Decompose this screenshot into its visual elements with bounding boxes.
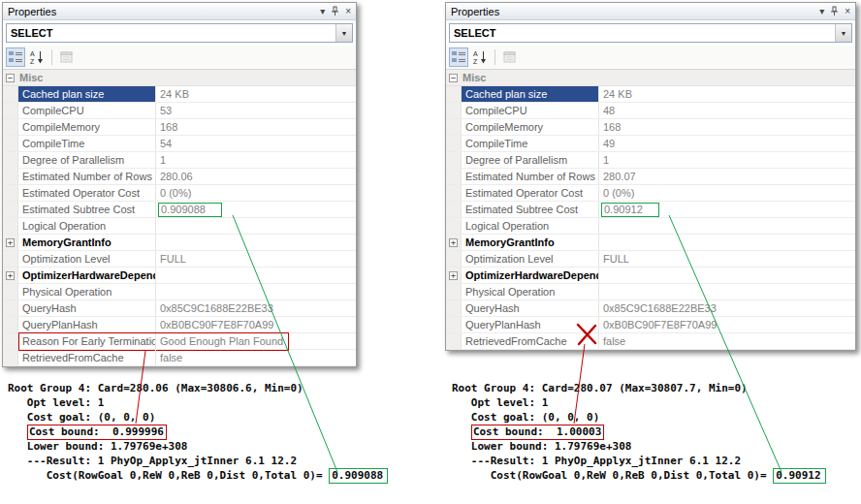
property-row[interactable]: Estimated Subtree Cost0.90912 — [446, 202, 855, 218]
property-value — [156, 284, 356, 299]
collapse-icon[interactable]: − — [449, 74, 458, 82]
property-value: false — [599, 333, 855, 349]
collapse-icon[interactable]: − — [6, 74, 15, 82]
property-row[interactable]: Physical Operation — [446, 284, 855, 300]
property-row[interactable]: Estimated Number of Rows280.06 — [3, 169, 356, 185]
property-value: false — [156, 350, 356, 365]
property-value: 280.06 — [156, 169, 356, 184]
memo-line: ---Result: 1 PhyOp_Applyx_jtInner 6.1 12… — [452, 454, 826, 468]
properties-panel-left: Properties ▾ × SELECT ▼ AZ − Misc Cached… — [2, 2, 357, 367]
property-row[interactable]: CompileTime49 — [446, 136, 855, 152]
properties-panel-right: Properties ▾ × SELECT ▼ AZ − Misc Cached… — [445, 2, 856, 351]
property-name: Estimated Subtree Cost — [18, 202, 156, 217]
property-row[interactable]: CompileTime54 — [3, 136, 356, 152]
panel-titlebar[interactable]: Properties ▾ × — [3, 3, 356, 20]
property-row[interactable]: +MemoryGrantInfo — [3, 235, 356, 251]
property-row[interactable]: CompileMemory168 — [3, 119, 356, 136]
row-gutter — [446, 152, 462, 168]
property-value: 0x85C9C1688E22BE33 — [156, 300, 356, 316]
property-row[interactable]: RetrievedFromCachefalse — [3, 350, 356, 366]
expand-icon-cell[interactable]: + — [3, 268, 18, 283]
property-value: 0 (0%) — [156, 185, 356, 201]
property-row[interactable]: Degree of Parallelism1 — [3, 152, 356, 169]
property-row[interactable]: QueryHash0x85C9C1688E22BE33 — [3, 300, 356, 317]
memo-text: Cost goal: (0, 0, 0) — [452, 411, 599, 424]
property-row[interactable]: CompileMemory168 — [446, 119, 855, 136]
property-name: Estimated Number of Rows — [18, 169, 156, 184]
property-value: 24 KB — [156, 86, 356, 102]
property-name: Estimated Operator Cost — [18, 185, 156, 201]
categorized-icon[interactable] — [6, 47, 25, 67]
close-icon[interactable]: × — [345, 7, 351, 16]
property-row[interactable]: Estimated Subtree Cost0.909088 — [3, 202, 356, 218]
property-row[interactable]: QueryPlanHash0xB0BC90F7E8F70A99 — [3, 317, 356, 333]
property-row[interactable]: CompileCPU53 — [3, 103, 356, 119]
row-gutter — [3, 136, 18, 151]
property-name: CompileMemory — [18, 119, 156, 135]
property-pages-icon[interactable] — [500, 47, 520, 67]
object-selector-dropdown[interactable]: SELECT ▼ — [449, 23, 852, 43]
property-value — [599, 268, 855, 283]
alphabetical-sort-icon[interactable]: AZ — [27, 47, 47, 67]
property-name: CompileCPU — [18, 103, 156, 118]
close-icon[interactable]: × — [845, 7, 850, 16]
expand-icon[interactable]: + — [6, 238, 15, 247]
category-row-misc[interactable]: − Misc — [446, 70, 855, 86]
property-row[interactable]: +OptimizerHardwareDependen — [446, 268, 855, 284]
property-row[interactable]: Logical Operation — [446, 218, 855, 235]
property-row[interactable]: RetrievedFromCachefalse — [446, 333, 855, 350]
memo-text — [452, 425, 471, 438]
property-row[interactable]: Reason For Early TerminationGood Enough … — [3, 333, 356, 350]
row-gutter — [3, 202, 18, 217]
property-row[interactable]: Estimated Number of Rows280.07 — [446, 169, 855, 185]
property-row[interactable]: Estimated Operator Cost0 (0%) — [3, 185, 356, 202]
memo-line: Opt level: 1 — [452, 395, 826, 410]
expand-icon[interactable]: + — [449, 271, 458, 280]
window-menu-icon[interactable]: ▾ — [320, 7, 325, 16]
panel-titlebar[interactable]: Properties ▾ × — [446, 3, 855, 20]
categorized-icon[interactable] — [449, 47, 468, 67]
property-row[interactable]: QueryPlanHash0xB0BC90F7E8F70A99 — [446, 317, 855, 333]
dropdown-arrow-icon[interactable]: ▼ — [835, 24, 851, 42]
property-pages-icon[interactable] — [57, 47, 77, 67]
object-selector-dropdown[interactable]: SELECT ▼ — [6, 23, 353, 43]
category-row-misc[interactable]: − Misc — [3, 70, 356, 86]
property-value: 24 KB — [599, 86, 855, 102]
property-row[interactable]: +MemoryGrantInfo — [446, 235, 855, 251]
property-row[interactable]: CompileCPU48 — [446, 103, 855, 119]
optimizer-memo-right: Root Group 4: Card=280.07 (Max=30807.7, … — [452, 381, 826, 483]
expand-icon-cell[interactable]: + — [446, 268, 462, 283]
property-row[interactable]: Physical Operation — [3, 284, 356, 300]
property-value: Good Enough Plan Found — [156, 333, 356, 349]
dropdown-arrow-icon[interactable]: ▼ — [335, 24, 352, 42]
row-gutter — [446, 169, 462, 184]
expand-icon-cell[interactable]: + — [3, 235, 18, 250]
properties-toolbar: AZ — [3, 46, 356, 70]
property-row[interactable]: Optimization LevelFULL — [446, 251, 855, 268]
property-row[interactable]: Degree of Parallelism1 — [446, 152, 855, 169]
alphabetical-sort-icon[interactable]: AZ — [470, 47, 490, 67]
property-row[interactable]: QueryHash0x85C9C1688E22BE33 — [446, 300, 855, 317]
expand-icon[interactable]: + — [6, 271, 15, 280]
property-name: Estimated Number of Rows — [462, 169, 599, 184]
property-row[interactable]: Estimated Operator Cost0 (0%) — [446, 185, 855, 202]
property-row[interactable]: +OptimizerHardwareDependen — [3, 268, 356, 284]
property-name: CompileTime — [18, 136, 156, 151]
cost-bound-highlight: Cost bound: 0.999996 — [27, 425, 167, 440]
property-name: Estimated Subtree Cost — [462, 202, 599, 217]
property-row[interactable]: Logical Operation — [3, 218, 356, 235]
window-menu-icon[interactable]: ▾ — [819, 7, 824, 16]
property-name: Cached plan size — [462, 86, 599, 102]
row-gutter — [3, 317, 18, 332]
property-name: Logical Operation — [462, 218, 599, 234]
property-value — [156, 235, 356, 250]
property-row[interactable]: Optimization LevelFULL — [3, 251, 356, 268]
property-row[interactable]: Cached plan size24 KB — [446, 86, 855, 103]
property-name: Reason For Early Termination — [18, 333, 156, 349]
pin-icon[interactable] — [331, 6, 339, 16]
expand-icon-cell[interactable]: + — [446, 235, 462, 250]
expand-icon[interactable]: + — [449, 238, 458, 247]
property-name: MemoryGrantInfo — [18, 235, 156, 250]
pin-icon[interactable] — [830, 6, 839, 16]
property-row[interactable]: Cached plan size24 KB — [3, 86, 356, 103]
